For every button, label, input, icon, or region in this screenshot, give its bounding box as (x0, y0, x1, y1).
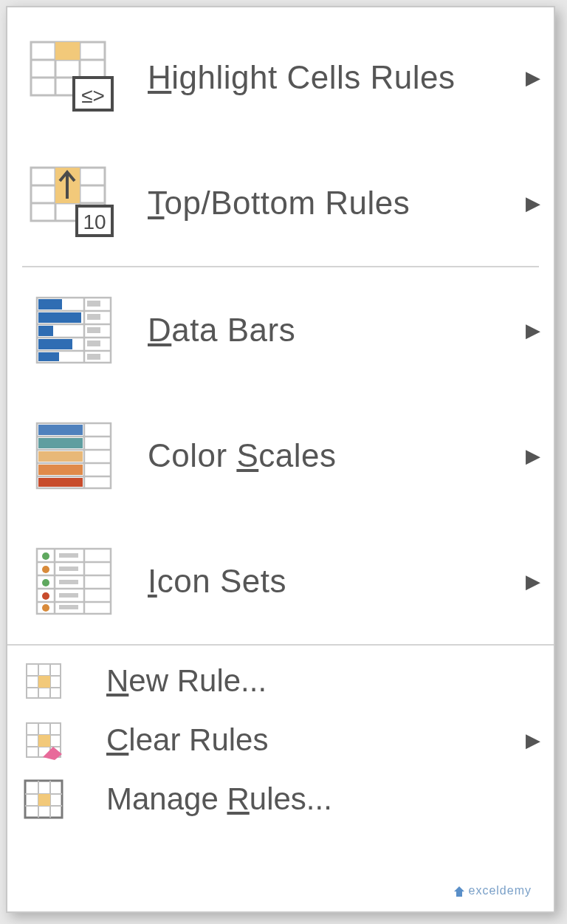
menu-item-label: Top/Bottom Rules (148, 185, 520, 222)
menu-item-label: Data Bars (148, 312, 520, 349)
svg-rect-41 (38, 451, 83, 462)
highlight-cells-rules-icon: ≤> (30, 41, 118, 114)
svg-rect-57 (59, 567, 78, 571)
data-bars-icon (30, 293, 118, 367)
menu-item-highlight-cells-rules[interactable]: ≤> Highlight Cells Rules ▶ (7, 15, 554, 140)
svg-rect-27 (38, 352, 59, 361)
menu-item-new-rule[interactable]: New Rule... (7, 651, 554, 711)
svg-point-55 (42, 604, 49, 612)
svg-rect-72 (38, 735, 50, 747)
top-bottom-rules-icon: 10 (30, 166, 118, 240)
svg-rect-60 (59, 605, 78, 609)
submenu-arrow-icon: ▶ (520, 729, 546, 752)
menu-section-bottom: New Rule... Clear R (7, 644, 554, 832)
menu-item-top-bottom-rules[interactable]: 10 Top/Bottom Rules ▶ (7, 140, 554, 266)
submenu-arrow-icon: ▶ (520, 66, 546, 89)
svg-rect-25 (38, 326, 53, 336)
svg-point-51 (42, 552, 49, 560)
svg-rect-40 (38, 438, 83, 448)
svg-point-52 (42, 566, 49, 573)
menu-item-label: Clear Rules (106, 722, 520, 758)
svg-rect-24 (38, 312, 81, 323)
svg-marker-80 (454, 886, 464, 897)
menu-item-color-scales[interactable]: Color Scales ▶ (7, 393, 554, 519)
menu-item-label: Highlight Cells Rules (148, 59, 520, 96)
submenu-arrow-icon: ▶ (520, 570, 546, 593)
svg-rect-59 (59, 593, 78, 598)
menu-item-label: Icon Sets (148, 563, 520, 600)
svg-rect-66 (38, 676, 50, 688)
svg-text:≤>: ≤> (81, 84, 105, 107)
conditional-formatting-menu: ≤> Highlight Cells Rules ▶ (6, 6, 555, 913)
menu-item-label: Color Scales (148, 437, 520, 474)
icon-sets-icon (30, 544, 118, 618)
svg-rect-29 (87, 314, 100, 320)
svg-text:10: 10 (83, 211, 106, 233)
svg-rect-5 (55, 42, 80, 60)
submenu-arrow-icon: ▶ (520, 319, 546, 342)
svg-point-54 (42, 592, 49, 600)
menu-item-clear-rules[interactable]: Clear Rules ▶ (7, 711, 554, 770)
menu-item-label: New Rule... (106, 663, 546, 699)
menu-item-label: Manage Rules... (106, 781, 546, 817)
svg-rect-26 (38, 339, 72, 349)
svg-rect-58 (59, 580, 78, 584)
svg-rect-39 (38, 425, 83, 435)
svg-rect-31 (87, 340, 100, 346)
watermark: exceldemy (453, 884, 532, 898)
svg-rect-23 (38, 299, 62, 309)
svg-point-53 (42, 579, 49, 586)
menu-item-data-bars[interactable]: Data Bars ▶ (7, 267, 554, 393)
svg-rect-42 (38, 465, 83, 475)
clear-rules-icon (24, 720, 63, 760)
svg-rect-43 (38, 478, 83, 487)
submenu-arrow-icon: ▶ (520, 445, 546, 468)
menu-section-top: ≤> Highlight Cells Rules ▶ (7, 7, 554, 644)
submenu-arrow-icon: ▶ (520, 192, 546, 215)
menu-item-icon-sets[interactable]: Icon Sets ▶ (7, 519, 554, 644)
svg-rect-79 (38, 794, 50, 806)
svg-rect-56 (59, 553, 78, 558)
menu-item-manage-rules[interactable]: Manage Rules... (7, 770, 554, 829)
new-rule-icon (24, 661, 63, 701)
manage-rules-icon (24, 779, 63, 819)
svg-rect-28 (87, 301, 100, 307)
svg-rect-30 (87, 327, 100, 333)
svg-rect-32 (87, 354, 100, 360)
color-scales-icon (30, 419, 118, 493)
watermark-icon (453, 885, 466, 898)
